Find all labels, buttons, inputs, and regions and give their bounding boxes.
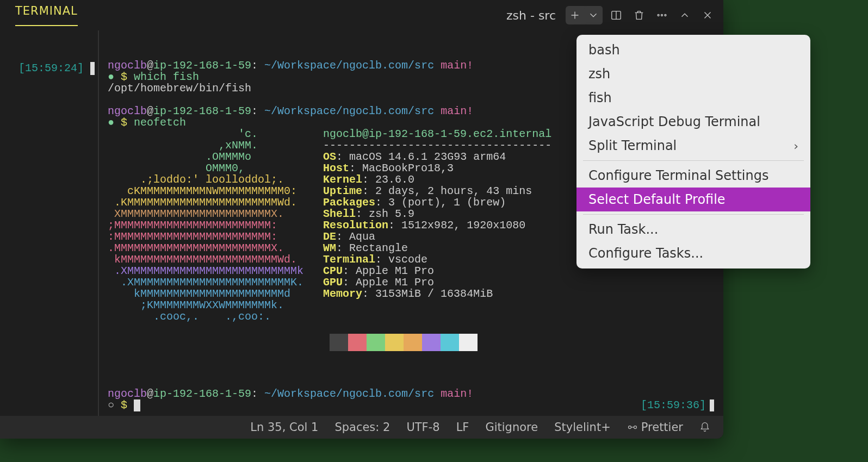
status-bell-icon[interactable] (699, 422, 710, 433)
menu-item-label: fish (588, 90, 612, 105)
svg-point-2 (658, 15, 659, 16)
svg-point-4 (665, 15, 666, 16)
menu-item[interactable]: bash (576, 38, 810, 62)
menu-item-label: Run Task... (588, 222, 658, 237)
svg-point-3 (661, 15, 663, 16)
menu-item[interactable]: zsh (576, 62, 810, 86)
menu-item[interactable]: Run Task... (576, 217, 810, 241)
terminal-name-label: zsh - src (506, 9, 556, 22)
terminal-name[interactable]: zsh - src (495, 7, 561, 24)
new-terminal-dropdown[interactable] (584, 6, 603, 24)
terminal-gutter: [15:59:24] (0, 30, 98, 416)
status-prettier-label: Prettier (641, 421, 683, 434)
menu-item-label: Configure Terminal Settings (588, 168, 768, 183)
menu-separator (583, 160, 804, 161)
status-language[interactable]: Gitignore (485, 421, 538, 434)
terminal-profile-menu: bashzshfishJavaScript Debug TerminalSpli… (576, 35, 810, 269)
status-stylelint[interactable]: Stylelint+ (554, 421, 611, 434)
svg-point-6 (634, 426, 636, 429)
menu-item-label: Split Terminal (588, 138, 677, 153)
terminal-tab[interactable]: TERMINAL (15, 4, 78, 26)
menu-item-label: Select Default Profile (588, 192, 726, 207)
menu-item[interactable]: Configure Tasks... (576, 241, 810, 265)
gutter-cursor-mark (90, 62, 95, 75)
close-panel-button[interactable] (698, 6, 717, 24)
menu-item[interactable]: JavaScript Debug Terminal (576, 110, 810, 134)
menu-item-label: bash (588, 42, 620, 58)
menu-item[interactable]: Split Terminal› (576, 134, 810, 158)
split-terminal-button[interactable] (607, 6, 625, 24)
panel-tabbar: TERMINAL zsh - src (0, 0, 723, 30)
chevron-right-icon: › (793, 139, 798, 153)
menu-item-label: Configure Tasks... (588, 246, 703, 261)
status-encoding[interactable]: UTF-8 (406, 421, 439, 434)
status-prettier[interactable]: Prettier (627, 421, 683, 434)
menu-item-label: JavaScript Debug Terminal (588, 114, 760, 129)
gutter-time: [15:59:24] (18, 62, 84, 74)
status-bar: Ln 35, Col 1 Spaces: 2 UTF-8 LF Gitignor… (0, 416, 723, 439)
status-indent[interactable]: Spaces: 2 (334, 421, 390, 434)
menu-item[interactable]: Configure Terminal Settings (576, 164, 810, 188)
status-line-col[interactable]: Ln 35, Col 1 (250, 421, 318, 434)
menu-item-label: zsh (588, 66, 610, 82)
menu-item[interactable]: fish (576, 86, 810, 110)
terminal-toolbar: zsh - src (495, 6, 717, 24)
status-eol[interactable]: LF (456, 421, 469, 434)
kill-terminal-button[interactable] (630, 6, 648, 24)
new-terminal-button[interactable] (566, 6, 584, 24)
more-actions-button[interactable] (653, 6, 671, 24)
menu-separator (583, 214, 804, 215)
menu-item[interactable]: Select Default Profile (576, 188, 810, 211)
svg-point-5 (628, 426, 631, 429)
maximize-panel-button[interactable] (675, 6, 694, 24)
